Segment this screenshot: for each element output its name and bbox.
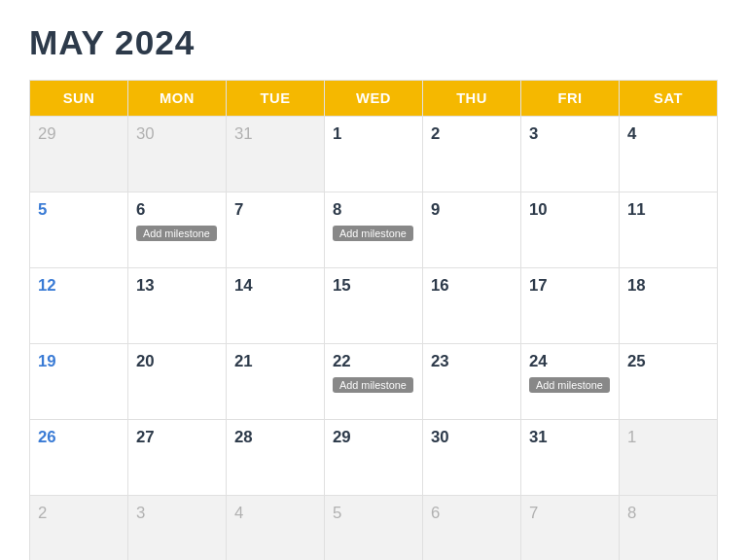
calendar-cell: 8Add milestone [325, 192, 423, 268]
calendar-week-3: 19202122Add milestone2324Add milestone25 [30, 344, 718, 420]
day-header-sun: SUN [30, 81, 128, 117]
calendar-week-2: 12131415161718 [30, 268, 718, 344]
calendar-cell: 2 [30, 496, 128, 561]
day-number: 15 [333, 276, 414, 296]
milestone-button[interactable]: Add milestone [136, 226, 217, 241]
milestone-button[interactable]: Add milestone [333, 377, 413, 393]
calendar-cell: 1 [325, 117, 423, 192]
day-number: 25 [627, 352, 709, 371]
calendar-title: MAY 2024 [29, 23, 718, 62]
day-header-sat: SAT [620, 81, 718, 117]
milestone-button[interactable]: Add milestone [529, 377, 610, 393]
day-number: 21 [234, 352, 316, 371]
calendar-cell: 21 [227, 344, 325, 420]
day-number: 5 [38, 200, 120, 220]
day-number: 4 [234, 504, 316, 523]
calendar-cell: 25 [620, 344, 718, 420]
calendar-cell: 20 [128, 344, 227, 420]
day-number: 30 [136, 124, 218, 144]
milestone-button[interactable]: Add milestone [333, 226, 413, 241]
calendar-cell: 30 [423, 420, 521, 496]
calendar-cell: 5 [325, 496, 423, 561]
day-header-tue: TUE [227, 81, 325, 117]
day-number: 6 [431, 504, 513, 523]
day-number: 12 [38, 276, 120, 296]
day-number: 29 [333, 428, 414, 447]
calendar-cell: 29 [325, 420, 423, 496]
calendar-cell: 3 [128, 496, 227, 561]
calendar-table: SUNMONTUEWEDTHUFRISAT 293031123456Add mi… [29, 80, 718, 560]
day-header-fri: FRI [521, 81, 620, 117]
day-number: 13 [136, 276, 218, 296]
calendar-cell: 31 [227, 117, 325, 192]
day-number: 4 [627, 124, 709, 144]
day-number: 1 [333, 124, 414, 144]
day-number: 31 [234, 124, 316, 144]
day-number: 7 [234, 200, 316, 220]
day-number: 22 [333, 352, 414, 371]
calendar-week-1: 56Add milestone78Add milestone91011 [30, 192, 718, 268]
calendar-cell: 22Add milestone [325, 344, 423, 420]
calendar-cell: 15 [325, 268, 423, 344]
calendar-cell: 31 [521, 420, 620, 496]
calendar-week-5: 2345678 [30, 496, 718, 561]
calendar-cell: 19 [30, 344, 128, 420]
calendar-cell: 29 [30, 117, 128, 192]
day-header-wed: WED [325, 81, 423, 117]
day-number: 27 [136, 428, 218, 447]
day-number: 9 [431, 200, 513, 220]
calendar-cell: 8 [620, 496, 718, 561]
calendar-cell: 28 [227, 420, 325, 496]
day-number: 1 [627, 428, 709, 447]
calendar-week-4: 2627282930311 [30, 420, 718, 496]
calendar-cell: 7 [521, 496, 620, 561]
day-number: 2 [38, 504, 120, 523]
day-number: 31 [529, 428, 611, 447]
calendar-cell: 16 [423, 268, 521, 344]
day-number: 6 [136, 200, 218, 220]
day-number: 19 [38, 352, 120, 371]
calendar-cell: 27 [128, 420, 227, 496]
day-number: 11 [627, 200, 709, 220]
day-number: 17 [529, 276, 611, 296]
day-number: 14 [234, 276, 316, 296]
day-number: 28 [234, 428, 316, 447]
day-header-mon: MON [128, 81, 227, 117]
calendar-cell: 14 [227, 268, 325, 344]
calendar-cell: 23 [423, 344, 521, 420]
calendar-cell: 6Add milestone [128, 192, 227, 268]
day-number: 30 [431, 428, 513, 447]
calendar-cell: 30 [128, 117, 227, 192]
calendar-cell: 2 [423, 117, 521, 192]
day-number: 2 [431, 124, 513, 144]
calendar-cell: 3 [521, 117, 620, 192]
calendar-cell: 11 [620, 192, 718, 268]
calendar-cell: 24Add milestone [521, 344, 620, 420]
calendar-cell: 12 [30, 268, 128, 344]
day-number: 8 [627, 504, 709, 523]
day-number: 18 [627, 276, 709, 296]
day-number: 24 [529, 352, 611, 371]
calendar-cell: 7 [227, 192, 325, 268]
day-number: 23 [431, 352, 513, 371]
calendar-cell: 1 [620, 420, 718, 496]
calendar-cell: 5 [30, 192, 128, 268]
calendar-cell: 10 [521, 192, 620, 268]
calendar-cell: 26 [30, 420, 128, 496]
calendar-cell: 17 [521, 268, 620, 344]
day-number: 3 [529, 124, 611, 144]
day-number: 8 [333, 200, 414, 220]
calendar-cell: 13 [128, 268, 227, 344]
day-number: 29 [38, 124, 120, 144]
calendar-week-0: 2930311234 [30, 117, 718, 192]
calendar-cell: 4 [620, 117, 718, 192]
day-number: 10 [529, 200, 611, 220]
day-number: 16 [431, 276, 513, 296]
day-number: 7 [529, 504, 611, 523]
day-number: 3 [136, 504, 218, 523]
calendar-cell: 6 [423, 496, 521, 561]
day-number: 26 [38, 428, 120, 447]
day-header-thu: THU [423, 81, 521, 117]
calendar-cell: 18 [620, 268, 718, 344]
calendar-cell: 4 [227, 496, 325, 561]
